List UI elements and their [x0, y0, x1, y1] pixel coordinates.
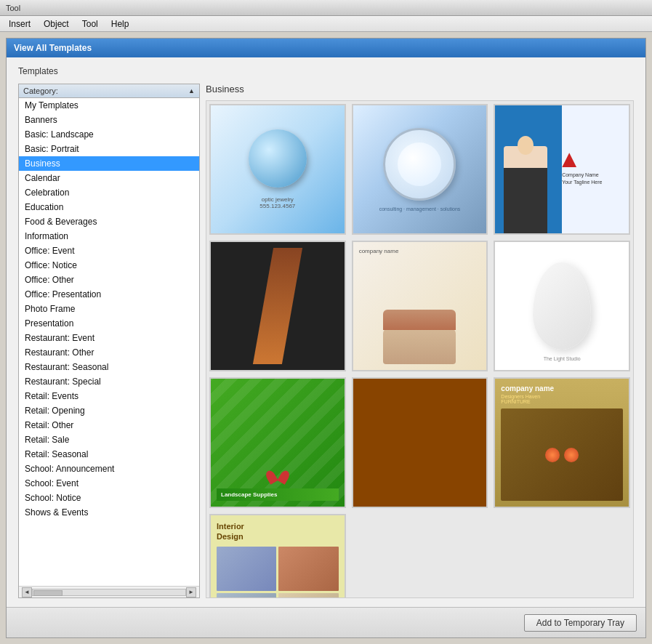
category-retail-other[interactable]: Retail: Other — [19, 418, 199, 432]
tmpl3-right: Company NameYour Tagline Here — [556, 105, 629, 233]
tmpl3-person — [504, 146, 547, 233]
tmpl2-clock — [383, 128, 456, 201]
category-retail-events[interactable]: Retail: Events — [19, 389, 199, 403]
template-preview-10: InteriorDesign — [211, 515, 345, 598]
menu-help[interactable]: Help — [105, 17, 135, 31]
category-school-event[interactable]: School: Event — [19, 476, 199, 491]
category-basic-portrait[interactable]: Basic: Portrait — [19, 142, 199, 156]
dialog-title-text: View All Templates — [14, 43, 92, 53]
template-preview-6: The Light Studio — [495, 242, 629, 370]
menu-insert[interactable]: Insert — [3, 17, 36, 31]
scroll-track[interactable] — [32, 589, 186, 596]
template-card-2[interactable]: consulting · management · solutions — [352, 104, 488, 235]
tmpl9-sub: Designers HavenFURNITURE — [501, 394, 623, 404]
template-grid[interactable]: optic jewelry555.123.4567 consulting · m… — [206, 100, 634, 598]
scroll-thumb[interactable] — [33, 590, 63, 596]
category-header: Category: ▲ — [19, 84, 199, 98]
menu-bar: Insert Object Tool Help — [0, 16, 652, 32]
selected-category-title: Business — [206, 84, 634, 94]
tmpl3-logo — [562, 153, 576, 167]
template-card-1[interactable]: optic jewelry555.123.4567 — [209, 104, 346, 235]
tmpl4-bar — [253, 248, 302, 364]
category-scroll-area[interactable]: My Templates Banners Basic: Landscape Ba… — [19, 98, 199, 586]
category-presentation[interactable]: Presentation — [19, 316, 199, 331]
category-business[interactable]: Business — [19, 156, 199, 171]
category-list-panel: Category: ▲ My Templates Banners Basic: … — [18, 84, 200, 598]
menu-tool[interactable]: Tool — [76, 17, 104, 31]
category-shows-events[interactable]: Shows & Events — [19, 505, 199, 520]
category-restaurant-special[interactable]: Restaurant: Special — [19, 374, 199, 389]
template-card-6[interactable]: The Light Studio — [494, 241, 630, 371]
tmpl3-left — [495, 105, 556, 233]
tmpl10-img-3 — [217, 593, 276, 598]
template-grid-panel: Business optic jewelry555.123.4567 — [206, 84, 634, 598]
title-bar-text: Tool — [6, 4, 20, 12]
scroll-left-arrow[interactable]: ◄ — [22, 587, 32, 597]
dialog-footer: Add to Temporary Tray — [7, 607, 645, 637]
category-banners[interactable]: Banners — [19, 113, 199, 127]
tmpl5-sofa-back — [383, 310, 456, 330]
menu-object[interactable]: Object — [38, 17, 75, 31]
template-card-9[interactable]: company name Designers HavenFURNITURE — [494, 377, 630, 508]
tmpl5-header: company name — [359, 248, 481, 254]
category-food-beverages[interactable]: Food & Beverages — [19, 214, 199, 229]
category-information[interactable]: Information — [19, 229, 199, 243]
template-preview-7: Landscape Supplies — [211, 379, 345, 507]
category-office-notice[interactable]: Office: Notice — [19, 258, 199, 273]
category-restaurant-event[interactable]: Restaurant: Event — [19, 331, 199, 345]
dialog-content: Templates Category: ▲ My Templates Banne… — [7, 57, 645, 607]
category-celebration[interactable]: Celebration — [19, 185, 199, 200]
tmpl3-company: Company NameYour Tagline Here — [562, 172, 602, 186]
scroll-up-arrow[interactable]: ▲ — [188, 87, 195, 94]
tmpl1-text: optic jewelry555.123.4567 — [259, 196, 295, 209]
category-photo-frame[interactable]: Photo Frame — [19, 302, 199, 316]
template-preview-2: consulting · management · solutions — [353, 105, 487, 233]
template-card-3[interactable]: Company NameYour Tagline Here — [494, 104, 630, 235]
dialog-view-all-templates: View All Templates Templates Category: ▲… — [6, 38, 646, 638]
category-office-other[interactable]: Office: Other — [19, 273, 199, 287]
category-retail-opening[interactable]: Retail: Opening — [19, 403, 199, 418]
tmpl6-text: The Light Studio — [495, 356, 629, 361]
category-education[interactable]: Education — [19, 200, 199, 214]
tmpl2-inner — [398, 142, 441, 186]
template-card-8[interactable] — [352, 377, 488, 508]
template-preview-4 — [211, 242, 345, 370]
tmpl9-flower-1 — [545, 448, 560, 462]
add-to-tray-button[interactable]: Add to Temporary Tray — [524, 614, 637, 632]
horizontal-scrollbar[interactable]: ◄ ► — [19, 586, 199, 597]
category-calendar[interactable]: Calendar — [19, 171, 199, 185]
template-preview-8 — [353, 379, 487, 507]
category-header-label: Category: — [23, 86, 58, 95]
template-preview-1: optic jewelry555.123.4567 — [211, 105, 345, 233]
section-label: Templates — [18, 66, 634, 76]
category-restaurant-seasonal[interactable]: Restaurant: Seasonal — [19, 360, 199, 374]
tmpl10-img-4 — [278, 593, 338, 598]
category-school-notice[interactable]: School: Notice — [19, 491, 199, 505]
dialog-title-bar: View All Templates — [7, 39, 645, 57]
category-retail-seasonal[interactable]: Retail: Seasonal — [19, 447, 199, 462]
template-card-4[interactable] — [209, 241, 346, 371]
tmpl1-circle — [249, 129, 307, 188]
tmpl10-img-1 — [217, 547, 276, 591]
tmpl5-sofa — [359, 259, 481, 364]
category-office-presentation[interactable]: Office: Presentation — [19, 287, 199, 302]
category-office-event[interactable]: Office: Event — [19, 243, 199, 258]
template-preview-5: company name — [353, 242, 487, 370]
scroll-right-arrow[interactable]: ► — [186, 587, 196, 597]
category-restaurant-other[interactable]: Restaurant: Other — [19, 345, 199, 360]
tmpl6-shape — [533, 262, 591, 350]
template-card-5[interactable]: company name — [352, 241, 488, 371]
category-retail-sale[interactable]: Retail: Sale — [19, 432, 199, 447]
template-preview-3: Company NameYour Tagline Here — [495, 105, 629, 233]
tmpl2-subtext: consulting · management · solutions — [379, 206, 461, 212]
tmpl9-flowers — [545, 448, 579, 462]
tmpl3-head — [518, 136, 534, 155]
category-basic-landscape[interactable]: Basic: Landscape — [19, 127, 199, 142]
template-preview-9: company name Designers HavenFURNITURE — [495, 379, 629, 507]
template-card-10[interactable]: InteriorDesign — [209, 514, 346, 598]
category-my-templates[interactable]: My Templates — [19, 98, 199, 113]
template-card-7[interactable]: Landscape Supplies — [209, 377, 346, 508]
title-bar: Tool — [0, 0, 652, 16]
category-school-announcement[interactable]: School: Announcement — [19, 462, 199, 476]
tmpl10-grid — [217, 547, 339, 598]
